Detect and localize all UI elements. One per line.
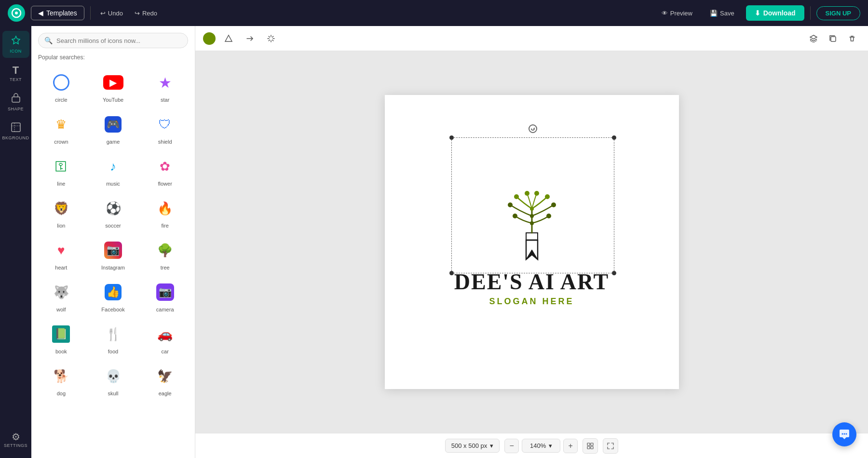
tool-text[interactable]: T TEXT [2,60,29,87]
icon-cell-food[interactable]: 🍴 food [88,317,138,357]
save-icon: 💾 [710,10,718,17]
tool-settings[interactable]: ⚙ SETTINGS [2,426,29,453]
settings-tool-label: SETTINGS [4,443,27,448]
canvas-right-tools [805,30,860,47]
redo-button[interactable]: ↪ Redo [131,8,161,19]
icon-cell-star[interactable]: ★ star [140,66,190,106]
sparkle-tool-button[interactable] [263,30,279,47]
icons-row-8: 🐕 dog 💀 skull 🦅 eagle [36,359,190,399]
handle-tr[interactable] [612,135,616,140]
color-swatch[interactable] [203,32,216,45]
download-button[interactable]: ⬇ Download [746,5,804,21]
icon-cell-soccer[interactable]: ⚽ soccer [88,191,138,231]
zoom-display[interactable]: 140% ▾ [522,439,560,453]
icons-row-4: 🦁 lion ⚽ soccer 🔥 fire [36,191,190,231]
svg-point-16 [530,221,534,225]
icon-cell-heart[interactable]: ♥ heart [36,233,86,273]
save-label: Save [720,10,734,17]
popular-label: Popular searches: [31,52,195,66]
flower-label: flower [158,181,172,187]
search-box: 🔍 [38,33,188,48]
redo-icon: ↪ [135,10,140,17]
icon-cell-eagle[interactable]: 🦅 eagle [140,359,190,399]
handle-bl[interactable] [449,271,454,275]
tool-shape[interactable]: SHAPE [2,89,29,116]
icon-cell-facebook[interactable]: 👍 Facebook [88,275,138,315]
camera-icon: 📷 [153,280,177,304]
icon-cell-circle[interactable]: circle [36,66,86,106]
grid-view-button[interactable] [583,438,598,454]
canvas-container: DEE'S AI ART SLOGAN HERE [385,95,679,389]
zoom-in-button[interactable]: + [563,439,578,453]
circle-icon [49,70,73,94]
redo-label: Redo [142,10,157,17]
icon-cell-car[interactable]: 🚗 car [140,317,190,357]
icon-cell-tree[interactable]: 🌳 tree [140,233,190,273]
crown-label: crown [54,139,68,145]
fit-button[interactable] [603,438,618,454]
icon-cell-book[interactable]: 📗 book [36,317,86,357]
wolf-icon: 🐺 [49,280,73,304]
rotate-handle[interactable] [529,124,537,133]
svg-rect-19 [587,443,590,445]
icon-cell-instagram[interactable]: 📷 Instagram [88,233,138,273]
svg-point-14 [525,191,529,196]
circle-label: circle [55,97,68,103]
icons-panel: 🔍 Popular searches: circle ▶ YouTube [31,26,195,458]
handle-tl[interactable] [449,135,454,140]
icon-cell-crown[interactable]: ♛ crown [36,108,86,148]
svg-point-8 [513,214,517,218]
logo-slogan: SLOGAN HERE [489,296,574,307]
skull-label: skull [108,391,119,396]
icon-cell-youtube[interactable]: ▶ YouTube [88,66,138,106]
tool-icon[interactable]: ICON [2,31,29,58]
icon-cell-music[interactable]: ♪ music [88,149,138,189]
icon-cell-skull[interactable]: 💀 skull [88,359,138,399]
icon-tool-icon [11,35,21,47]
undo-button[interactable]: ↩ Undo [96,8,127,19]
icon-cell-line[interactable]: ⚿ line [36,149,86,189]
svg-point-1 [15,12,18,14]
logo-svg [484,163,580,269]
zoom-level: 140% [530,442,546,449]
icon-cell-dog[interactable]: 🐕 dog [36,359,86,399]
tool-background[interactable]: BKGROUND [2,118,29,145]
car-icon: 🚗 [153,322,177,346]
svg-rect-20 [591,443,593,445]
duplicate-button[interactable] [825,30,841,47]
shield-icon: 🛡 [153,112,177,136]
soccer-label: soccer [105,223,121,229]
svg-point-15 [534,191,539,196]
icon-cell-lion[interactable]: 🦁 lion [36,191,86,231]
templates-button[interactable]: ◀ Templates [31,6,84,20]
shape-tool-label: SHAPE [8,107,24,111]
delete-button[interactable] [844,30,860,47]
icon-cell-camera[interactable]: 📷 camera [140,275,190,315]
triangle-tool-button[interactable] [220,30,237,47]
shape-tool-icon [11,93,21,105]
preview-button[interactable]: 👁 Preview [656,7,698,20]
svg-point-12 [551,202,556,207]
icon-cell-shield[interactable]: 🛡 shield [140,108,190,148]
size-selector[interactable]: 500 x 500 px ▾ [445,439,500,453]
layers-button[interactable] [805,30,822,47]
size-label: 500 x 500 px [451,442,487,449]
canvas-scroll[interactable]: DEE'S AI ART SLOGAN HERE [195,51,868,433]
icon-cell-fire[interactable]: 🔥 fire [140,191,190,231]
line-label: line [57,181,65,187]
bkground-tool-label: BKGROUND [2,135,29,140]
logo[interactable] [8,4,25,22]
save-button[interactable]: 💾 Save [704,7,740,20]
search-input[interactable] [56,37,182,44]
chat-bubble[interactable] [832,422,856,446]
handle-br[interactable] [612,271,616,275]
svg-point-17 [530,214,534,218]
icon-cell-wolf[interactable]: 🐺 wolf [36,275,86,315]
topbar-separator [810,6,811,20]
signup-button[interactable]: SIGN UP [816,6,860,20]
icon-cell-game[interactable]: 🎮 game [88,108,138,148]
chevron-down-icon-zoom: ▾ [549,442,552,449]
arrow-tool-button[interactable] [242,30,258,47]
icon-cell-flower[interactable]: ✿ flower [140,149,190,189]
zoom-out-button[interactable]: − [504,439,519,453]
